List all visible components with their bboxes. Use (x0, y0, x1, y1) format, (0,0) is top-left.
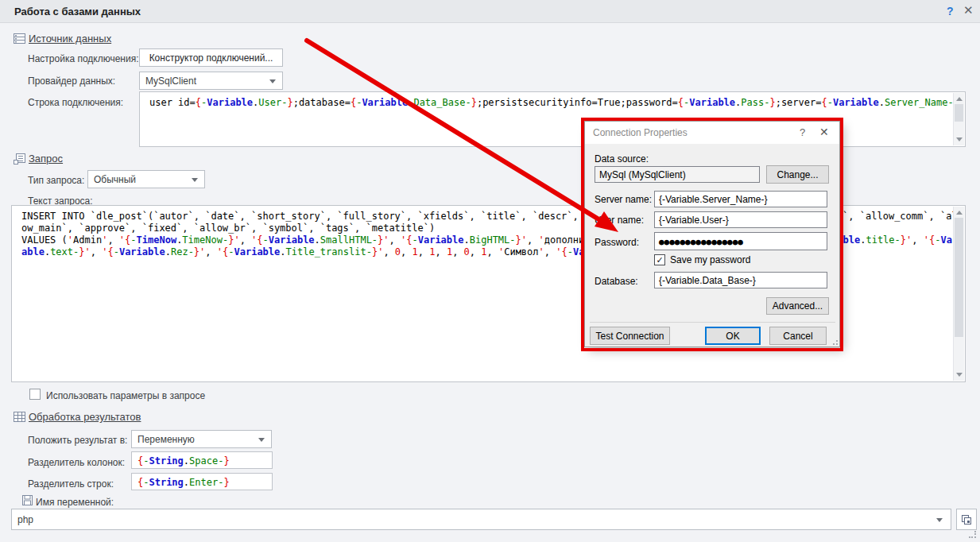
connection-string-scrollbar[interactable] (953, 93, 964, 145)
results-section-icon (14, 412, 25, 422)
query-section-icon (14, 153, 25, 165)
password-label: Password: (595, 237, 639, 248)
data-source-field: MySql (MySqlClient) (595, 166, 760, 183)
column-separator-value: {-String.Space-} (138, 455, 230, 467)
connection-string-textarea[interactable]: user id={-Variable.User-};database={-Var… (139, 91, 966, 147)
data-source-label: Data source: (595, 153, 649, 165)
save-password-label: Save my password (670, 254, 750, 265)
query-text-scrollbar[interactable] (953, 207, 964, 381)
dialog-resize-grip[interactable] (831, 338, 838, 345)
scrollbar-thumb[interactable] (955, 218, 963, 337)
connection-builder-button[interactable]: Конструктор подключений... (139, 48, 283, 67)
section-query[interactable]: Запрос (29, 153, 63, 165)
connection-setup-label: Настройка подключения: (28, 53, 139, 64)
copy-variable-button[interactable] (956, 509, 977, 530)
chevron-down-icon[interactable] (258, 438, 265, 442)
scroll-up-icon[interactable] (956, 211, 963, 215)
data-provider-label: Провайдер данных: (28, 75, 115, 87)
server-name-label: Server name: (595, 194, 652, 205)
ok-button[interactable]: OK (705, 327, 761, 345)
connection-properties-dialog: Connection Properties ? ✕ Data source: M… (584, 121, 840, 347)
user-name-label: User name: (595, 215, 644, 226)
chevron-down-icon[interactable] (269, 79, 276, 83)
dialog-titlebar[interactable]: Connection Properties ? ✕ (585, 122, 839, 144)
server-name-input[interactable]: {-Variable.Server_Name-} (654, 191, 827, 207)
query-text-line-4: able.text-}', '{-Variable.Rez-}', '{-Var… (21, 246, 671, 258)
window-titlebar: Работа с базами данных (0, 0, 980, 23)
chevron-down-icon[interactable] (192, 178, 198, 182)
scroll-down-icon[interactable] (956, 137, 963, 141)
data-provider-select[interactable]: MySqlClient (139, 72, 283, 90)
window-resize-grip[interactable] (969, 531, 976, 538)
save-variable-icon (22, 495, 33, 505)
scroll-up-icon[interactable] (956, 97, 963, 101)
scrollbar-thumb[interactable] (955, 104, 963, 122)
query-type-select[interactable]: Обычный (87, 170, 205, 188)
row-separator-input[interactable]: {-String.Enter-} (131, 473, 273, 490)
column-separator-input[interactable]: {-String.Space-} (131, 451, 273, 469)
use-params-checkbox[interactable] (29, 389, 41, 400)
query-text-line-2: ow_main`, `approve`, `fixed`, `allow_br`… (21, 223, 435, 234)
put-result-label: Положить результат в: (28, 435, 127, 446)
dialog-separator (590, 322, 835, 323)
section-data-source[interactable]: Источник данных (29, 33, 111, 45)
user-name-input[interactable]: {-Variable.User-} (654, 211, 827, 228)
variable-name-value: php (17, 514, 33, 525)
help-icon[interactable]: ? (947, 5, 954, 17)
cancel-button[interactable]: Cancel (769, 327, 827, 345)
test-connection-button[interactable]: Test Connection (590, 327, 670, 345)
query-type-value: Обычный (94, 174, 136, 185)
dialog-help-icon[interactable]: ? (800, 126, 805, 138)
column-separator-label: Разделитель колонок: (28, 457, 125, 468)
password-input[interactable]: ●●●●●●●●●●●●●●●● (654, 232, 827, 250)
put-result-value: Переменную (138, 434, 195, 445)
use-params-label: Использовать параметры в запросе (46, 390, 205, 401)
advanced-button[interactable]: Advanced... (766, 297, 829, 315)
query-type-label: Тип запроса: (28, 175, 84, 186)
variable-name-label: Имя переменной: (36, 497, 114, 508)
database-input[interactable]: {-Variable.Data_Base-} (654, 272, 827, 288)
connection-string-value: user id={-Variable.User-};database={-Var… (149, 97, 959, 109)
connection-string-label: Строка подключения: (28, 97, 123, 108)
scroll-down-icon[interactable] (956, 373, 963, 377)
copy-icon (961, 514, 972, 525)
change-button[interactable]: Change... (766, 165, 829, 184)
window-title: Работа с базами данных (14, 6, 141, 17)
row-separator-label: Разделитель строк: (28, 478, 114, 490)
section-results[interactable]: Обработка результатов (29, 411, 141, 423)
dialog-title: Connection Properties (593, 127, 688, 138)
variable-name-input[interactable]: php (11, 509, 951, 530)
database-action-window: Работа с базами данных ? ✕ Источник данн… (0, 0, 980, 542)
chevron-down-icon[interactable] (936, 518, 943, 522)
dialog-close-icon[interactable]: ✕ (819, 126, 829, 138)
save-password-checkbox[interactable]: ✓ (654, 254, 665, 265)
row-separator-value: {-String.Enter-} (138, 477, 230, 489)
database-label: Database: (595, 276, 638, 287)
close-icon[interactable]: ✕ (963, 3, 974, 17)
data-source-section-icon (14, 33, 25, 44)
put-result-select[interactable]: Переменную (131, 430, 272, 448)
data-provider-value: MySqlClient (145, 75, 196, 87)
